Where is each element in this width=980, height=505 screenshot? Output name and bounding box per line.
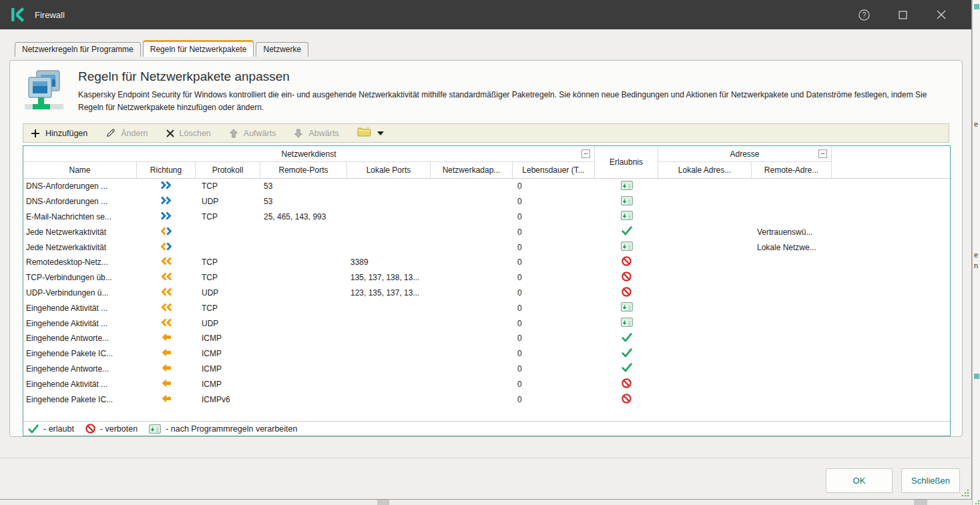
toolbar-button-label: Ändern [121, 129, 148, 138]
cell-remote-ports: 53 [260, 197, 347, 206]
permission-deny-icon [622, 378, 632, 390]
cell-direction [137, 348, 196, 359]
close-dialog-button[interactable]: Schließen [901, 468, 960, 493]
permission-allow-icon [622, 363, 632, 374]
cell-name: DNS-Anforderungen ... [23, 197, 137, 206]
maximize-button[interactable] [883, 0, 922, 29]
cell-local-ports: 123, 135, 137, 13... [347, 288, 431, 298]
packet-rules-panel: Regeln für Netzwerkpakete anpassen Kaspe… [9, 60, 963, 437]
tab-regeln-netzwerkpakete[interactable]: Regeln für Netzwerkpakete [143, 40, 254, 57]
permission-program-icon [621, 241, 633, 253]
background-fragment-icon [974, 4, 979, 9]
cell-lifetime: 0 [513, 395, 595, 404]
cell-lifetime: 0 [513, 273, 595, 282]
cell-lifetime: 0 [513, 227, 595, 237]
background-text-fragment: n [974, 262, 978, 270]
column-header-erlaubnis[interactable]: Erlaubnis [595, 146, 658, 178]
cell-lifetime: 0 [513, 349, 595, 358]
cell-permission [595, 363, 658, 374]
tab-bar: Netzwerkregeln für ProgrammeRegeln für N… [0, 29, 971, 57]
cell-local-ports: 135, 137, 138, 13... [347, 273, 431, 282]
permission-program-icon [621, 302, 633, 314]
panel-header: Regeln für Netzwerkpakete anpassen Kaspe… [10, 61, 962, 123]
table-row[interactable]: DNS-Anforderungen ...TCP530 [23, 179, 950, 194]
column-header-name[interactable]: Name [23, 162, 137, 178]
ok-button[interactable]: OK [826, 468, 893, 493]
cell-permission [595, 333, 658, 344]
table-row[interactable]: TCP-Verbindungen üb...TCP135, 137, 138, … [23, 270, 950, 286]
cell-protocol: TCP [196, 304, 260, 313]
cell-remote-address: Lokale Netzwe... [752, 243, 832, 252]
cell-name: UDP-Verbindungen ü... [23, 288, 137, 298]
cell-permission [595, 318, 658, 329]
column-header-lebensdauer-t-[interactable]: Lebensdauer (T... [513, 162, 595, 178]
cell-name: DNS-Anforderungen ... [23, 181, 137, 191]
close-button[interactable] [922, 0, 961, 29]
column-header-remote-adre-[interactable]: Remote-Adre... [752, 162, 832, 178]
cell-permission [595, 378, 658, 390]
permission-deny-icon [622, 256, 632, 268]
resize-grip[interactable] [962, 490, 969, 496]
help-icon: ? [859, 9, 870, 21]
cell-permission [595, 302, 658, 314]
table-row[interactable]: E-Mail-Nachrichten se...TCP25, 465, 143,… [23, 209, 950, 225]
tab-netzwerkregeln-programme[interactable]: Netzwerkregeln für Programme [15, 42, 141, 57]
direction-incoming-packet-icon [162, 364, 172, 374]
table-row[interactable]: Eingehende Antworte...ICMP0 [23, 331, 950, 346]
close-icon [937, 10, 946, 19]
table-row[interactable]: Eingehende Aktivität ...UDP0 [23, 316, 950, 331]
table-row[interactable]: Eingehende Aktivität ...ICMP0 [23, 376, 950, 392]
collapse-adresse-button[interactable]: − [818, 149, 827, 158]
header-filler [832, 146, 950, 178]
cell-lifetime: 0 [513, 380, 595, 389]
column-header-richtung[interactable]: Richtung [137, 162, 196, 178]
toolbar-button-label: Hinzufügen [45, 129, 87, 138]
cell-direction [137, 318, 196, 329]
cell-remote-ports: 53 [260, 181, 347, 191]
direction-incoming-icon [160, 288, 172, 298]
add-button[interactable]: Hinzufügen [31, 129, 87, 138]
legend-program-label: - nach Programmregeln verarbeiten [166, 424, 297, 434]
cell-lifetime: 0 [513, 288, 595, 298]
table-row[interactable]: Eingehende Antworte...ICMP0 [23, 362, 950, 377]
table-row[interactable]: Eingehende Pakete IC...ICMPv60 [23, 392, 950, 407]
column-header-lokale-ports[interactable]: Lokale Ports [347, 162, 431, 178]
maximize-icon [899, 11, 907, 19]
delete-button[interactable]: Löschen [166, 129, 211, 138]
table-row[interactable]: Jede Netzwerkaktivität0Lokale Netzwe... [23, 239, 950, 255]
collapse-netzwerkdienst-button[interactable]: − [581, 149, 590, 158]
tab-netzwerke[interactable]: Netzwerke [256, 42, 308, 57]
permission-deny-icon [622, 272, 632, 284]
group-label: Adresse [730, 149, 759, 159]
background-text-fragment: e [974, 251, 978, 259]
column-header-protokoll[interactable]: Protokoll [196, 162, 260, 178]
rule-templates-folder-button[interactable] [357, 127, 384, 139]
cell-protocol: TCP [196, 181, 260, 191]
cell-lifetime: 0 [513, 243, 595, 252]
direction-outgoing-icon [160, 211, 172, 222]
process-by-program-rules-icon [149, 424, 161, 434]
up-button[interactable]: Aufwärts [229, 129, 276, 138]
table-row[interactable]: UDP-Verbindungen ü...UDP123, 135, 137, 1… [23, 286, 950, 301]
table-row[interactable]: Jede Netzwerkaktivität0Vertrauenswü... [23, 224, 950, 239]
table-row[interactable]: Eingehende Pakete IC...ICMP0 [23, 346, 950, 362]
direction-incoming-packet-icon [162, 333, 172, 344]
cell-permission [595, 256, 658, 268]
cell-protocol: UDP [196, 288, 260, 298]
edit-button[interactable]: Ändern [105, 128, 148, 138]
network-computers-icon [23, 68, 65, 112]
toolbar-button-label: Aufwärts [244, 129, 276, 138]
table-row[interactable]: Remotedesktop-Netz...TCP33890 [23, 255, 950, 270]
table-row[interactable]: Eingehende Aktivität ...TCP0 [23, 300, 950, 316]
column-header-lokale-adres-[interactable]: Lokale Adres... [658, 162, 752, 178]
down-button[interactable]: Abwärts [294, 129, 338, 138]
direction-outgoing-icon [160, 181, 172, 191]
cell-direction [137, 257, 196, 268]
column-header-netzwerkadap-[interactable]: Netzwerkadap... [431, 162, 513, 178]
permission-program-icon [621, 211, 633, 222]
column-header-remote-ports[interactable]: Remote-Ports [260, 162, 347, 178]
background-window-strip: een [972, 0, 980, 505]
cell-permission [595, 287, 658, 299]
table-row[interactable]: DNS-Anforderungen ...UDP530 [23, 194, 950, 209]
help-button[interactable]: ? [844, 0, 883, 29]
